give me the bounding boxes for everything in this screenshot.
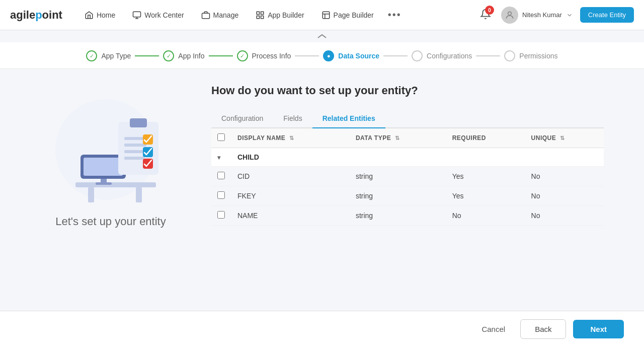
step-label-app-type: App Type: [101, 52, 131, 60]
col-required: REQUIRED: [446, 128, 525, 148]
step-data-source[interactable]: ● Data Source: [323, 50, 379, 61]
svg-rect-4: [257, 12, 259, 14]
nav-pagebuilder[interactable]: Page Builder: [314, 7, 381, 24]
nav-appbuilder[interactable]: App Builder: [249, 7, 311, 24]
select-all-checkbox[interactable]: [217, 133, 225, 141]
cell-data-type-name: string: [350, 206, 446, 226]
svg-rect-8: [323, 12, 330, 19]
cell-unique-fkey: No: [525, 186, 604, 206]
nav-right: 0 Nitesh Kumar Create Entity: [477, 6, 634, 24]
collapse-icon: [317, 33, 327, 39]
logo[interactable]: agilepoint: [10, 9, 62, 22]
svg-rect-7: [261, 16, 264, 18]
step-icon-app-info: ✓: [163, 50, 174, 61]
footer: Cancel Back Next: [0, 311, 644, 316]
divider-5: [476, 55, 500, 56]
group-chevron-child[interactable]: ▾: [217, 154, 220, 161]
notification-button[interactable]: 0: [477, 6, 494, 24]
user-name: Nitesh Kumar: [522, 11, 562, 19]
cell-unique-name: No: [525, 206, 604, 226]
illustration-label: Let's set up your entity: [55, 215, 166, 228]
row-checkbox-cid[interactable]: [217, 172, 225, 179]
step-icon-data-source: ●: [323, 50, 334, 61]
step-label-app-info: App Info: [178, 52, 204, 60]
cell-display-name-fkey: FKEY: [231, 186, 350, 206]
step-permissions[interactable]: Permissions: [504, 50, 557, 61]
cell-required-cid: Yes: [446, 167, 525, 186]
divider-1: [135, 55, 159, 56]
page-heading: How do you want to set up your entity?: [211, 84, 604, 97]
step-app-type[interactable]: ✓ App Type: [86, 50, 131, 61]
entity-tabs: Configuration Fields Related Entities: [211, 109, 604, 128]
user-area[interactable]: Nitesh Kumar: [501, 7, 573, 24]
svg-rect-19: [84, 158, 123, 176]
step-process-info[interactable]: ✓ Process Info: [237, 50, 291, 61]
table-row: FKEY string Yes No: [211, 186, 604, 206]
step-icon-permissions: [504, 50, 515, 61]
col-unique: UNIQUE ⇅: [525, 128, 604, 148]
grid-icon: [256, 11, 265, 20]
col-checkbox: [211, 128, 231, 148]
row-checkbox-name[interactable]: [217, 211, 225, 219]
cell-data-type-cid: string: [350, 167, 446, 186]
svg-rect-6: [257, 16, 259, 18]
tab-configuration[interactable]: Configuration: [211, 109, 273, 128]
tab-related-entities[interactable]: Related Entities: [312, 109, 385, 128]
svg-rect-23: [124, 144, 146, 147]
svg-rect-15: [136, 187, 142, 202]
step-icon-process-info: ✓: [237, 50, 248, 61]
sort-display-name-icon[interactable]: ⇅: [289, 135, 294, 141]
nav-manage[interactable]: Manage: [194, 7, 246, 24]
divider-2: [209, 55, 233, 56]
svg-rect-14: [88, 187, 94, 202]
svg-rect-25: [124, 157, 144, 160]
create-entity-button[interactable]: Create Entity: [580, 7, 634, 23]
divider-4: [383, 55, 408, 56]
step-label-permissions: Permissions: [519, 52, 557, 60]
nav-more[interactable]: •••: [384, 7, 406, 23]
nav-home[interactable]: Home: [77, 7, 122, 24]
cell-unique-cid: No: [525, 167, 604, 186]
step-label-process-info: Process Info: [252, 52, 291, 60]
entity-table: DISPLAY NAME ⇅ DATA TYPE ⇅ REQUIRED UNIQ…: [211, 128, 604, 226]
step-label-configurations: Configurations: [427, 52, 472, 60]
navbar: agilepoint Home Work Center Manage App B…: [0, 0, 644, 30]
cell-required-fkey: Yes: [446, 186, 525, 206]
main-content: Let's set up your entity How do you want…: [20, 69, 624, 316]
notification-badge: 0: [485, 6, 494, 15]
col-data-type: DATA TYPE ⇅: [350, 128, 446, 148]
cell-display-name-name: NAME: [231, 206, 350, 226]
sort-data-type-icon[interactable]: ⇅: [395, 135, 400, 141]
collapse-bar[interactable]: [0, 30, 644, 42]
svg-rect-0: [133, 12, 141, 17]
user-avatar: [501, 7, 518, 24]
step-configurations[interactable]: Configurations: [412, 50, 472, 61]
group-name-child: CHILD: [231, 148, 604, 167]
cell-required-name: No: [446, 206, 525, 226]
row-checkbox-fkey[interactable]: [217, 191, 225, 199]
right-area: How do you want to set up your entity? C…: [211, 84, 604, 226]
svg-rect-17: [96, 182, 112, 185]
step-app-info[interactable]: ✓ App Info: [163, 50, 204, 61]
svg-rect-5: [261, 12, 264, 14]
layout-icon: [321, 11, 331, 20]
illustration-area: Let's set up your entity: [40, 84, 181, 228]
nav-items: Home Work Center Manage App Builder Page…: [77, 7, 477, 24]
col-display-name: DISPLAY NAME ⇅: [231, 128, 350, 148]
svg-point-11: [508, 12, 512, 15]
svg-rect-3: [202, 13, 209, 19]
svg-rect-21: [130, 118, 147, 127]
sort-unique-icon[interactable]: ⇅: [560, 135, 565, 141]
tab-fields[interactable]: Fields: [273, 109, 312, 128]
nav-workcenter[interactable]: Work Center: [125, 7, 191, 24]
group-row-child: ▾ CHILD: [211, 148, 604, 167]
illustration-svg: [45, 94, 176, 205]
monitor-icon: [132, 11, 141, 20]
briefcase-icon: [201, 11, 210, 20]
step-icon-app-type: ✓: [86, 50, 97, 61]
step-icon-configurations: [412, 50, 423, 61]
svg-rect-13: [75, 182, 156, 187]
stepper: ✓ App Type ✓ App Info ✓ Process Info ● D…: [0, 42, 644, 69]
table-row: CID string Yes No: [211, 167, 604, 186]
step-label-data-source: Data Source: [338, 52, 379, 60]
